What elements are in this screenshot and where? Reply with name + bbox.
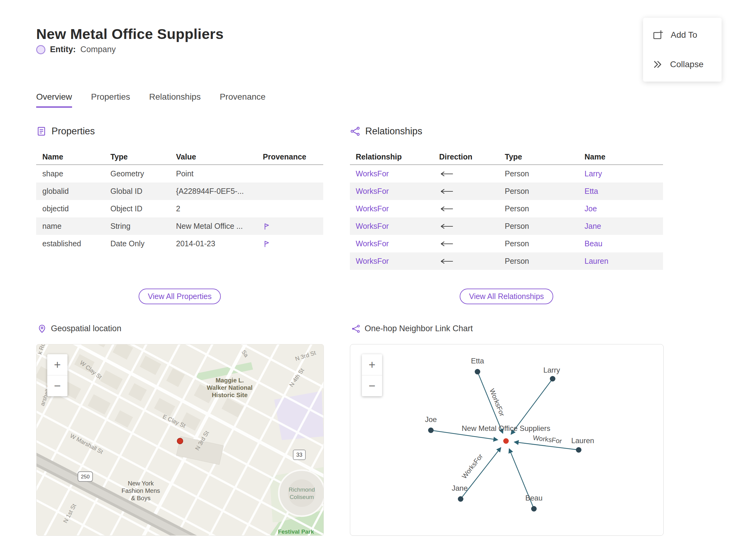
- map-zoom-in-button[interactable]: +: [47, 354, 67, 375]
- double-chevron-right-icon: [652, 59, 663, 70]
- table-row: WorksFor Person Larry: [350, 165, 663, 182]
- property-name: objectid: [42, 204, 110, 213]
- property-name: shape: [42, 169, 110, 178]
- entity-type-value: Company: [80, 45, 116, 54]
- map-canvas[interactable]: + −: [36, 344, 324, 536]
- view-all-relationships-button[interactable]: View All Relationships: [460, 289, 553, 304]
- property-type: Global ID: [110, 187, 176, 196]
- add-to-icon: [652, 29, 663, 40]
- svg-text:WorksFor: WorksFor: [488, 387, 506, 417]
- table-row: WorksFor Person Jane: [350, 217, 663, 235]
- col-type: Type: [110, 152, 176, 161]
- property-value: {A228944F-0EF5-...: [176, 187, 263, 196]
- link-chart-section-header: One-hop Neighbor Link Chart: [351, 324, 473, 333]
- map-coliseum: [279, 470, 324, 516]
- svg-text:WorksFor: WorksFor: [460, 452, 484, 480]
- add-to-button[interactable]: Add To: [643, 23, 722, 47]
- entity-type-icon: [36, 45, 45, 54]
- relationship-link[interactable]: WorksFor: [356, 257, 439, 266]
- direction-left-arrow-icon: [439, 189, 453, 194]
- svg-text:Fashion Mens: Fashion Mens: [121, 487, 160, 494]
- svg-text:Walker National: Walker National: [207, 384, 252, 391]
- related-entity-link[interactable]: Jane: [585, 222, 663, 231]
- col-value: Value: [176, 152, 263, 161]
- svg-text:Maggie L.: Maggie L.: [216, 377, 244, 384]
- related-entity-link[interactable]: Lauren: [585, 257, 663, 266]
- property-value: Point: [176, 169, 263, 178]
- geospatial-section-title: Geospatial location: [51, 324, 121, 333]
- relationship-link[interactable]: WorksFor: [356, 204, 439, 213]
- direction-left-arrow-icon: [439, 259, 453, 264]
- graph-node-larry[interactable]: [550, 376, 555, 382]
- graph-node-center[interactable]: [503, 438, 509, 444]
- table-row: globalid Global ID {A228944F-0EF5-...: [36, 182, 323, 200]
- link-chart-zoom-in-button[interactable]: +: [362, 354, 382, 375]
- table-row: WorksFor Person Joe: [350, 200, 663, 217]
- link-chart-icon: [351, 324, 360, 333]
- provenance-flag-icon[interactable]: [263, 222, 271, 231]
- property-type: Geometry: [110, 169, 176, 178]
- link-chart-zoom-out-button[interactable]: −: [362, 375, 382, 396]
- relationship-type: Person: [505, 239, 585, 248]
- relationships-section-title: Relationships: [365, 126, 422, 137]
- provenance-flag-icon[interactable]: [263, 240, 271, 248]
- graph-node-jane[interactable]: [458, 496, 463, 502]
- relationship-link[interactable]: WorksFor: [356, 187, 439, 196]
- relationship-link[interactable]: WorksFor: [356, 169, 439, 178]
- tab-overview[interactable]: Overview: [36, 92, 72, 108]
- view-all-properties-button[interactable]: View All Properties: [139, 289, 221, 304]
- graph-node-beau[interactable]: [531, 506, 537, 512]
- link-chart-graph: WorksFor WorksFor WorksFor Etta Larry Jo…: [350, 344, 663, 535]
- relationship-type: Person: [505, 204, 585, 213]
- link-chart-section-title: One-hop Neighbor Link Chart: [365, 324, 473, 333]
- col-type: Type: [505, 152, 585, 161]
- property-value: 2: [176, 204, 263, 213]
- relationship-type: Person: [505, 257, 585, 266]
- map-zoom-out-button[interactable]: −: [47, 375, 67, 396]
- direction-left-arrow-icon: [439, 224, 453, 229]
- map-entity-marker[interactable]: [177, 438, 183, 444]
- tab-properties[interactable]: Properties: [91, 92, 130, 108]
- related-entity-link[interactable]: Etta: [585, 187, 663, 196]
- properties-table-header: Name Type Value Provenance: [36, 149, 323, 165]
- related-entity-link[interactable]: Beau: [585, 239, 663, 248]
- table-row: shape Geometry Point: [36, 165, 323, 182]
- svg-text:Etta: Etta: [471, 357, 484, 365]
- svg-text:Lauren: Lauren: [571, 436, 594, 445]
- table-row: WorksFor Person Lauren: [350, 252, 663, 270]
- tab-relationships[interactable]: Relationships: [149, 92, 201, 108]
- related-entity-link[interactable]: Larry: [585, 169, 663, 178]
- geospatial-section-header: Geospatial location: [37, 324, 121, 333]
- graph-node-etta[interactable]: [475, 369, 480, 374]
- relationship-type: Person: [505, 222, 585, 231]
- svg-text:New Metal Office Suppliers: New Metal Office Suppliers: [462, 424, 550, 432]
- svg-text:Joe: Joe: [425, 415, 437, 424]
- graph-node-lauren[interactable]: [576, 447, 581, 453]
- tab-provenance[interactable]: Provenance: [220, 92, 265, 108]
- property-name: established: [42, 239, 110, 248]
- property-type: Date Only: [110, 239, 176, 248]
- svg-text:Coliseum: Coliseum: [289, 494, 314, 500]
- related-entity-link[interactable]: Joe: [585, 204, 663, 213]
- properties-icon: [36, 126, 47, 136]
- collapse-button[interactable]: Collapse: [643, 52, 722, 77]
- relationships-icon: [350, 126, 360, 136]
- direction-left-arrow-icon: [439, 206, 453, 212]
- relationship-type: Person: [505, 187, 585, 196]
- link-chart-canvas[interactable]: + − WorksFor WorksFor WorksFor: [350, 344, 664, 536]
- map-zoom-control: + −: [47, 354, 67, 396]
- col-name: Name: [585, 152, 663, 161]
- direction-left-arrow-icon: [439, 241, 453, 247]
- tab-bar: Overview Properties Relationships Proven…: [36, 92, 266, 108]
- entity-row: Entity: Company: [36, 45, 116, 54]
- graph-node-labels: Etta Larry Joe Jane Beau Lauren New Meta…: [425, 357, 594, 502]
- relationships-section-header: Relationships: [350, 126, 422, 137]
- svg-text:& Boys: & Boys: [131, 495, 150, 501]
- page-title: New Metal Office Suppliers: [36, 25, 224, 42]
- relationship-link[interactable]: WorksFor: [356, 239, 439, 248]
- entity-label: Entity:: [50, 45, 76, 54]
- relationship-link[interactable]: WorksFor: [356, 222, 439, 231]
- relationship-type: Person: [505, 169, 585, 178]
- graph-node-joe[interactable]: [428, 428, 434, 433]
- svg-text:33: 33: [296, 452, 302, 458]
